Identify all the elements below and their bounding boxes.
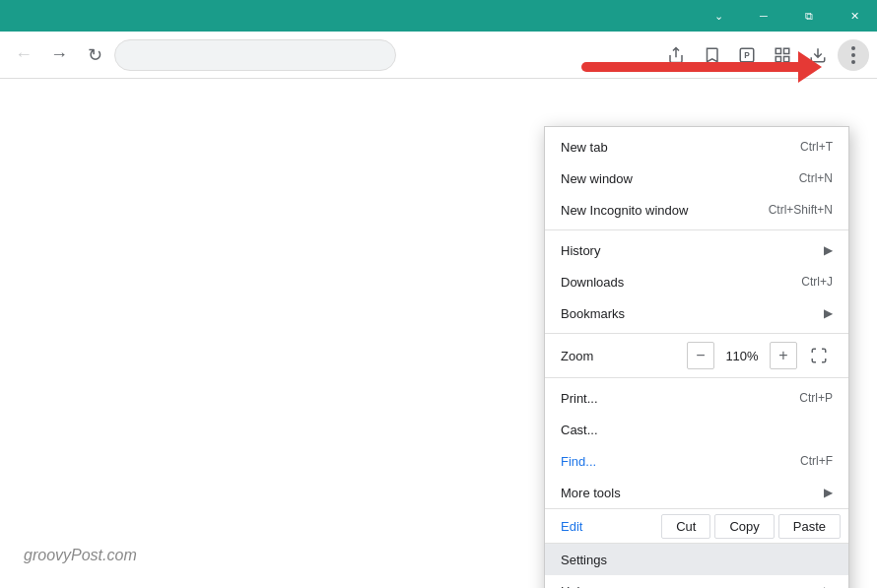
restore-button[interactable]: ⧉ <box>786 0 832 32</box>
zoom-out-button[interactable]: − <box>687 342 714 369</box>
zoom-in-button[interactable]: + <box>770 342 797 369</box>
copy-button[interactable]: Copy <box>714 514 774 539</box>
menu-new-incognito[interactable]: New Incognito window Ctrl+Shift+N <box>545 194 848 226</box>
menu-downloads[interactable]: Downloads Ctrl+J <box>545 266 848 297</box>
zoom-row: Zoom − 110% + <box>545 338 848 373</box>
title-bar: ⌄ ─ ⧉ ✕ <box>0 0 877 32</box>
context-menu: New tab Ctrl+T New window Ctrl+N New Inc… <box>544 126 849 588</box>
menu-find[interactable]: Find... Ctrl+F <box>545 445 848 477</box>
menu-cast[interactable]: Cast... <box>545 414 848 445</box>
watermark: groovyPost.com <box>24 547 137 564</box>
menu-help[interactable]: Help ▶ <box>545 575 848 588</box>
menu-button[interactable] <box>838 39 869 71</box>
menu-settings[interactable]: Settings <box>545 544 848 575</box>
divider-3 <box>545 377 848 378</box>
menu-more-tools[interactable]: More tools ▶ <box>545 477 848 508</box>
divider-2 <box>545 333 848 334</box>
reload-button[interactable]: ↻ <box>79 39 110 71</box>
title-bar-chevron[interactable]: ⌄ <box>696 0 741 32</box>
arrow-head <box>798 51 822 83</box>
page-content: groovyPost.com New tab Ctrl+T New window… <box>0 79 877 588</box>
arrow-annotation <box>581 51 822 83</box>
menu-bookmarks[interactable]: Bookmarks ▶ <box>545 297 848 329</box>
forward-button[interactable]: → <box>43 39 75 71</box>
menu-new-tab[interactable]: New tab Ctrl+T <box>545 131 848 163</box>
close-button[interactable]: ✕ <box>832 0 877 32</box>
cut-button[interactable]: Cut <box>661 514 710 539</box>
menu-history[interactable]: History ▶ <box>545 234 848 266</box>
back-button[interactable]: ← <box>8 39 39 71</box>
menu-print[interactable]: Print... Ctrl+P <box>545 382 848 414</box>
arrow-shaft <box>581 62 798 72</box>
three-dots-icon <box>851 46 855 64</box>
edit-row: Edit Cut Copy Paste <box>545 508 848 544</box>
divider-1 <box>545 229 848 230</box>
menu-new-window[interactable]: New window Ctrl+N <box>545 163 848 194</box>
zoom-fullscreen-button[interactable] <box>805 342 833 369</box>
address-bar[interactable] <box>114 39 396 71</box>
paste-button[interactable]: Paste <box>778 514 841 539</box>
minimize-button[interactable]: ─ <box>741 0 786 32</box>
